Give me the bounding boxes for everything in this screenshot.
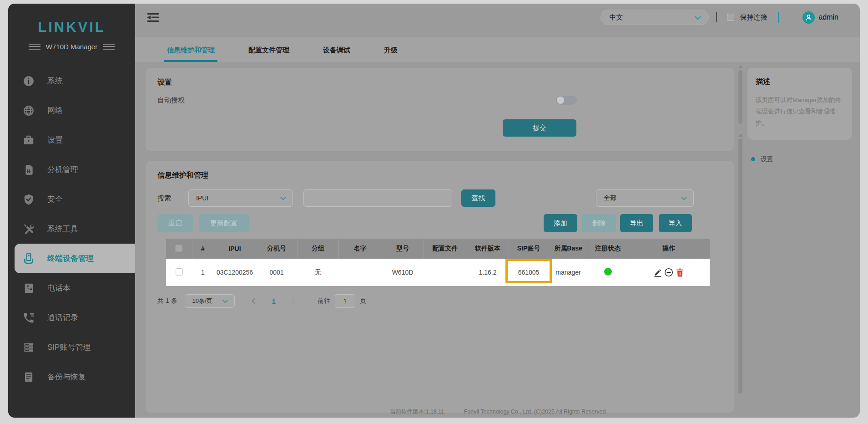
status-filter-value: 全部 (604, 194, 616, 202)
sip-accounts-icon (22, 341, 35, 354)
sidebar-item-sip-account-management[interactable]: SIP账号管理 (8, 332, 135, 362)
total-count-label: 共 1 条 (157, 297, 177, 305)
sidebar-item-call-log[interactable]: 通话记录 (8, 303, 135, 332)
edit-icon[interactable] (653, 268, 662, 277)
brand-subtitle: W710D Manager (46, 43, 97, 51)
description-body: 该页面可以对Manager添加的终端设备进行信息查看和管理维护。 (756, 95, 844, 129)
col-profile: 配置文件 (424, 239, 467, 259)
sidebar-item-label: 系统工具 (47, 224, 78, 234)
handset-icon (22, 252, 35, 266)
search-input[interactable] (303, 189, 452, 207)
device-table: # IPUI 分机号 分组 名字 型号 配置文件 软件版本 SIP账号 所属Ba… (166, 239, 710, 286)
shield-icon (22, 193, 35, 206)
network-icon (22, 104, 35, 117)
disable-icon[interactable] (664, 267, 674, 277)
device-management-card: 信息维护和管理 搜索 IPUI 查找 全部 (146, 161, 734, 413)
cell-group: 无 (298, 259, 338, 286)
sidebar-item-terminal-device-management[interactable]: 终端设备管理 (15, 244, 135, 273)
table-header-row: # IPUI 分机号 分组 名字 型号 配置文件 软件版本 SIP账号 所属Ba… (166, 239, 710, 259)
col-sip-account: SIP账号 (509, 239, 549, 259)
keep-connection-checkbox[interactable] (727, 14, 734, 21)
goto-page-input[interactable] (335, 294, 355, 308)
tab-info-maintenance[interactable]: 信息维护和管理 (164, 40, 217, 62)
table-row: 1 03C1200256 0001 无 W610D 1.16.2 661005 (166, 259, 710, 286)
scrollbar-thumb[interactable] (738, 70, 742, 124)
topbar-divider-accent (778, 12, 779, 23)
tab-upgrade[interactable]: 升级 (381, 40, 400, 62)
cell-sip-account: 661005 (509, 259, 549, 286)
cards-column: 设置 自动授权 提交 信息维护和管理 搜索 IPUI (146, 68, 734, 418)
cell-operations (628, 259, 710, 286)
footer-copyright: Fanvil Technology Co., Ltd. (C)2025 All … (464, 409, 607, 415)
submit-button[interactable]: 提交 (503, 119, 576, 137)
status-filter-select[interactable]: 全部 (596, 189, 694, 207)
scroll-up-icon[interactable] (738, 65, 743, 68)
topbar-divider (716, 12, 717, 22)
row-checkbox[interactable] (176, 268, 183, 276)
update-config-button[interactable]: 更新配置 (199, 214, 249, 232)
next-page-icon[interactable] (291, 298, 296, 304)
export-button[interactable]: 导出 (620, 214, 653, 232)
cell-name (338, 259, 382, 286)
collapse-sidebar-icon[interactable] (147, 13, 159, 22)
sidebar-item-extension-management[interactable]: 分机管理 (8, 155, 135, 184)
add-button[interactable]: 添加 (544, 214, 577, 232)
find-button[interactable]: 查找 (461, 189, 495, 207)
page-size-select[interactable]: 10条/页 (185, 294, 235, 308)
search-type-select[interactable]: IPUI (188, 189, 293, 207)
scroll-up-icon[interactable] (738, 133, 743, 137)
sidebar-menu: 系统 网络 设置 分机管理 (8, 66, 135, 392)
search-row: 搜索 IPUI 查找 全部 (157, 189, 722, 207)
sidebar-item-network[interactable]: 网络 (8, 96, 135, 125)
cell-extension: 0001 (256, 259, 298, 286)
auto-auth-toggle[interactable] (556, 96, 577, 105)
sidebar-item-phonebook[interactable]: 电话本 (8, 273, 135, 303)
sidebar-item-label: SIP账号管理 (47, 342, 91, 352)
description-title: 描述 (756, 77, 844, 87)
reboot-button[interactable]: 重启 (157, 214, 193, 232)
decor-lines-left-icon (29, 44, 40, 50)
search-type-value: IPUI (196, 194, 208, 202)
current-page-button[interactable]: 1 (272, 297, 276, 305)
page-size-value: 10条/页 (192, 297, 212, 305)
sidebar-item-system[interactable]: 系统 (8, 66, 135, 96)
topbar-right: 中文 保持连接 admin (601, 10, 838, 25)
description-card: 描述 该页面可以对Manager添加的终端设备进行信息查看和管理维护。 (747, 68, 852, 140)
delete-icon[interactable] (675, 268, 685, 277)
tools-icon (22, 222, 35, 236)
sidebar-item-security[interactable]: 安全 (8, 184, 135, 214)
tab-profile-management[interactable]: 配置文件管理 (246, 40, 292, 62)
backup-icon (22, 370, 35, 384)
tab-device-debug[interactable]: 设备调试 (320, 40, 353, 62)
sim-card-icon (22, 163, 35, 177)
username-label: admin (818, 13, 838, 21)
description-link-settings[interactable]: 设置 (747, 155, 852, 163)
col-name: 名字 (338, 239, 382, 259)
phonebook-icon (22, 281, 35, 295)
sidebar-item-backup-restore[interactable]: 备份与恢复 (8, 362, 135, 392)
prev-page-icon[interactable] (251, 298, 256, 304)
brand-logo: LINKVIL (8, 19, 135, 36)
sidebar-item-settings[interactable]: 设置 (8, 125, 135, 155)
col-ipui: IPUI (214, 239, 256, 259)
cell-base: manager (549, 259, 588, 286)
chevron-down-icon (681, 194, 687, 202)
sidebar-item-label: 分机管理 (47, 164, 78, 175)
tab-bar: 信息维护和管理 配置文件管理 设备调试 升级 (135, 37, 860, 62)
select-all-checkbox[interactable] (175, 245, 182, 252)
footer: 当前软件版本:1.18.11 Fanvil Technology Co., Lt… (135, 408, 860, 416)
sidebar-item-label: 设置 (47, 135, 63, 145)
bullet-dot-icon (751, 157, 755, 161)
table-actions-row: 重启 更新配置 添加 删除 导出 导入 (157, 214, 722, 232)
scrollbar-thumb[interactable] (738, 138, 742, 393)
user-avatar[interactable] (802, 11, 815, 24)
description-link-label: 设置 (761, 155, 773, 163)
delete-button[interactable]: 删除 (582, 214, 616, 232)
app-window: LINKVIL W710D Manager 系统 网络 (8, 4, 860, 418)
call-log-icon (22, 311, 35, 325)
cell-index: 1 (192, 259, 214, 286)
language-select[interactable]: 中文 (601, 10, 709, 25)
import-button[interactable]: 导入 (659, 214, 692, 232)
col-group: 分组 (298, 239, 338, 259)
sidebar-item-system-tools[interactable]: 系统工具 (8, 214, 135, 244)
